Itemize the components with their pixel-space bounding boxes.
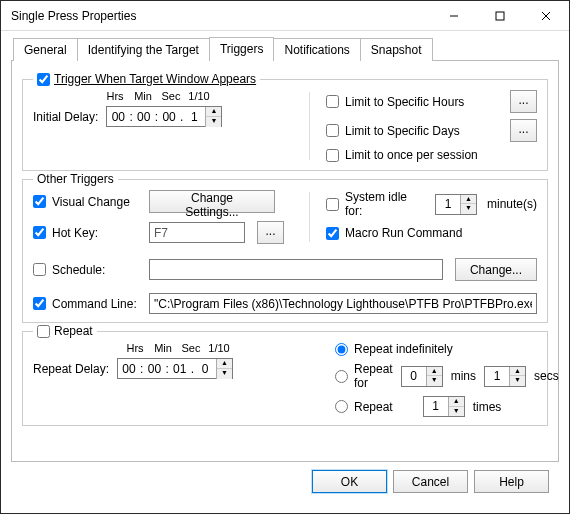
limit-hours-button[interactable]: ...	[510, 90, 537, 113]
trigger-on-appear-checkbox[interactable]	[37, 73, 50, 86]
dialog-button-row: OK Cancel Help	[11, 462, 559, 503]
tab-notifications[interactable]: Notifications	[273, 38, 360, 61]
trigger-on-appear-label: Trigger When Target Window Appears	[54, 72, 256, 86]
limit-days-checkbox[interactable]	[326, 124, 339, 137]
repeat-times-value[interactable]: 1▲▼	[423, 396, 465, 417]
repeat-for-radio[interactable]	[335, 370, 348, 383]
tab-identifying-target[interactable]: Identifying the Target	[77, 38, 210, 61]
help-button[interactable]: Help	[474, 470, 549, 493]
repeat-secs-value[interactable]: 1▲▼	[484, 366, 526, 387]
initial-delay-label: Initial Delay:	[33, 110, 98, 124]
repeat-mins-value[interactable]: 0▲▼	[401, 366, 443, 387]
repeat-indef-radio[interactable]	[335, 343, 348, 356]
dialog-window: Single Press Properties General Identify…	[0, 0, 570, 514]
repeat-delay-input[interactable]: 00: 00: 01. 0 ▲▼	[117, 358, 233, 379]
initial-delay-spinner[interactable]: ▲▼	[205, 107, 221, 127]
limit-session-checkbox[interactable]	[326, 149, 339, 162]
system-idle-checkbox[interactable]	[326, 198, 339, 211]
commandline-input[interactable]	[149, 293, 537, 314]
repeat-delay-label: Repeat Delay:	[33, 362, 109, 376]
change-settings-button[interactable]: Change Settings...	[149, 190, 275, 213]
repeat-times-radio[interactable]	[335, 400, 348, 413]
repeat-legend: Repeat	[54, 324, 93, 338]
repeat-delay-spinner[interactable]: ▲▼	[216, 359, 232, 379]
limit-days-button[interactable]: ...	[510, 119, 537, 142]
window-title: Single Press Properties	[1, 9, 431, 23]
schedule-checkbox[interactable]	[33, 263, 46, 276]
trigger-on-appear-legend: Trigger When Target Window Appears	[33, 72, 260, 86]
macro-run-checkbox[interactable]	[326, 227, 339, 240]
commandline-checkbox[interactable]	[33, 297, 46, 310]
ok-button[interactable]: OK	[312, 470, 387, 493]
tab-snapshot[interactable]: Snapshot	[360, 38, 433, 61]
tab-general[interactable]: General	[13, 38, 78, 61]
hotkey-input[interactable]	[149, 222, 245, 243]
cancel-button[interactable]: Cancel	[393, 470, 468, 493]
tabstrip: General Identifying the Target Triggers …	[11, 37, 559, 60]
tabpanel-triggers: Trigger When Target Window Appears Hrs M…	[11, 60, 559, 462]
initial-delay-input[interactable]: 00: 00: 00. 1 ▲▼	[106, 106, 222, 127]
minimize-button[interactable]	[431, 1, 477, 31]
visual-change-checkbox[interactable]	[33, 195, 46, 208]
other-triggers-legend: Other Triggers	[33, 172, 118, 186]
hotkey-checkbox[interactable]	[33, 226, 46, 239]
close-button[interactable]	[523, 1, 569, 31]
svg-rect-1	[496, 12, 504, 20]
system-idle-value[interactable]: 1 ▲▼	[435, 194, 477, 215]
schedule-change-button[interactable]: Change...	[455, 258, 537, 281]
tab-triggers[interactable]: Triggers	[209, 37, 275, 61]
titlebar: Single Press Properties	[1, 1, 569, 31]
hotkey-ellipsis-button[interactable]: ...	[257, 221, 284, 244]
repeat-checkbox[interactable]	[37, 325, 50, 338]
schedule-input[interactable]	[149, 259, 443, 280]
limit-hours-checkbox[interactable]	[326, 95, 339, 108]
maximize-button[interactable]	[477, 1, 523, 31]
